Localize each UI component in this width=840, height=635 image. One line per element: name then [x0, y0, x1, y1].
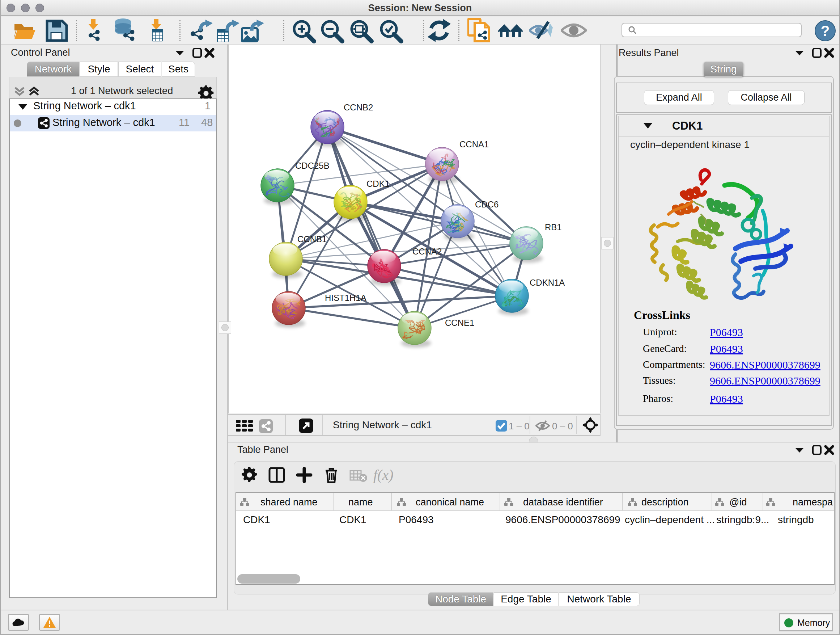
svg-text:CCNB1: CCNB1 [297, 234, 327, 244]
svg-text:CCNA1: CCNA1 [459, 139, 489, 149]
svg-text:CDC6: CDC6 [475, 200, 499, 209]
svg-text:CCNB2: CCNB2 [344, 103, 373, 112]
svg-text:CDC25B: CDC25B [295, 161, 330, 171]
svg-text:CDKN1A: CDKN1A [530, 278, 565, 287]
svg-text:CCNA2: CCNA2 [412, 247, 442, 256]
svg-text:HIST1H1A: HIST1H1A [325, 293, 366, 302]
svg-text:CCNE1: CCNE1 [445, 318, 474, 328]
svg-text:CDK1: CDK1 [366, 179, 390, 188]
svg-text:RB1: RB1 [545, 222, 562, 232]
